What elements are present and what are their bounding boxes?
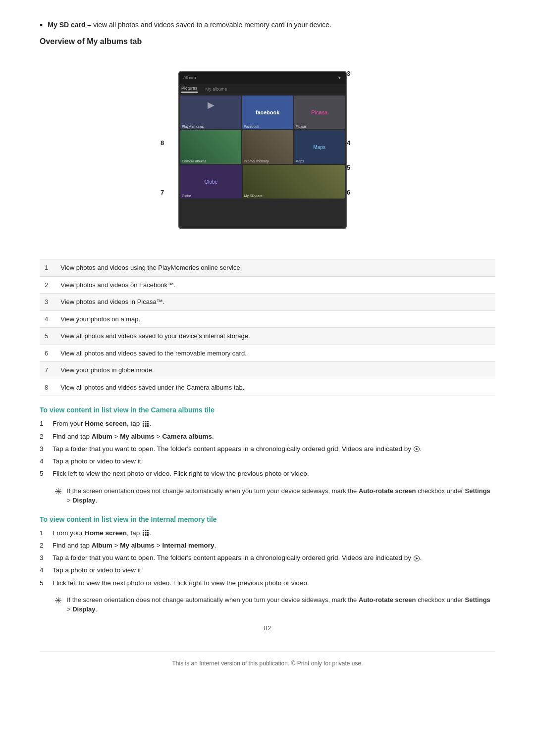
svg-rect-11	[143, 530, 144, 531]
internal-tip-box: ✳ If the screen orientation does not cha…	[54, 595, 495, 614]
svg-rect-15	[145, 532, 147, 534]
sd-card-term: My SD card	[48, 21, 85, 29]
svg-rect-8	[147, 425, 149, 427]
svg-rect-7	[145, 425, 147, 427]
app-drawer-icon-2	[142, 529, 149, 536]
camera-tip-box: ✳ If the screen orientation does not cha…	[54, 486, 495, 505]
internal-step-3: 3 Tap a folder that you want to open. Th…	[40, 553, 495, 563]
table-row-text: View your photos in globe mode.	[55, 362, 495, 379]
svg-rect-16	[147, 532, 149, 534]
table-row-num: 3	[40, 294, 55, 311]
sd-card-text: My SD card – view all photos and videos …	[48, 20, 331, 31]
camera-tip-text: If the screen orientation does not chang…	[67, 486, 495, 505]
internal-step-4: 4 Tap a photo or video to view it.	[40, 565, 495, 575]
table-row-text: View all photos and videos saved to the …	[55, 345, 495, 362]
page-number: 82	[40, 624, 495, 632]
table-row-num: 7	[40, 362, 55, 379]
table-row-text: View photos and videos on Facebook™.	[55, 276, 495, 294]
table-row-text: View all photos and videos saved under t…	[55, 379, 495, 396]
table-row-num: 8	[40, 379, 55, 396]
table-row-text: View photos and videos using the PlayMem…	[55, 259, 495, 277]
svg-rect-1	[145, 421, 147, 422]
tip-icon-camera: ✳	[54, 485, 62, 505]
table-row-num: 6	[40, 345, 55, 362]
bullet-dot: •	[40, 20, 43, 31]
table-row: 6 View all photos and videos saved to th…	[40, 345, 495, 362]
app-drawer-icon	[142, 420, 149, 427]
camera-section-title: To view content in list view in the Came…	[40, 406, 495, 414]
tip-icon-internal: ✳	[54, 594, 62, 614]
internal-tip-text: If the screen orientation does not chang…	[67, 595, 495, 614]
internal-steps-list: 1 From your Home screen, tap . 2 Find an…	[40, 528, 495, 588]
svg-rect-2	[147, 421, 149, 422]
camera-step-4: 4 Tap a photo or video to view it.	[40, 456, 495, 466]
table-row-num: 2	[40, 276, 55, 294]
play-icon-internal	[414, 555, 420, 561]
table-row: 1 View photos and videos using the PlayM…	[40, 259, 495, 277]
internal-section-title: To view content in list view in the Inte…	[40, 515, 495, 523]
svg-rect-12	[145, 530, 147, 531]
camera-step-1: 1 From your Home screen, tap .	[40, 419, 495, 429]
svg-rect-19	[147, 534, 149, 536]
table-row: 2 View photos and videos on Facebook™.	[40, 276, 495, 294]
svg-rect-14	[143, 532, 144, 534]
table-row: 3 View photos and videos in Picasa™.	[40, 294, 495, 311]
internal-step-2: 2 Find and tap Album > My albums > Inter…	[40, 541, 495, 551]
internal-step-1: 1 From your Home screen, tap .	[40, 528, 495, 538]
svg-rect-3	[143, 423, 144, 424]
svg-marker-21	[416, 557, 418, 559]
internal-step-5: 5 Flick left to view the next photo or v…	[40, 578, 495, 588]
svg-rect-4	[145, 423, 147, 424]
svg-rect-0	[143, 421, 144, 422]
svg-marker-10	[416, 448, 418, 451]
callout-3: 3	[347, 70, 350, 77]
table-row-text: View photos and videos in Picasa™.	[55, 294, 495, 311]
svg-rect-5	[147, 423, 149, 424]
diagram-container: 1 2 3 4 5 6 7 8 Album ▼ Pictures My albu…	[40, 56, 495, 244]
callout-4: 4	[347, 139, 350, 147]
table-row-text: View all photos and videos saved to your…	[55, 328, 495, 345]
table-row-num: 1	[40, 259, 55, 277]
overview-table: 1 View photos and videos using the PlayM…	[40, 259, 495, 396]
diagram-wrapper: 1 2 3 4 5 6 7 8 Album ▼ Pictures My albu…	[149, 56, 386, 244]
footer-note: This is an Internet version of this publ…	[40, 652, 495, 667]
camera-step-5: 5 Flick left to view the next photo or v…	[40, 469, 495, 479]
svg-rect-6	[143, 425, 144, 427]
callout-5: 5	[347, 164, 350, 171]
camera-step-3: 3 Tap a folder that you want to open. Th…	[40, 444, 495, 454]
table-row: 8 View all photos and videos saved under…	[40, 379, 495, 396]
table-row-num: 4	[40, 310, 55, 328]
phone-screen: Album ▼ Pictures My albums PlayMemories …	[178, 71, 347, 229]
table-row-text: View your photos on a map.	[55, 310, 495, 328]
callout-8: 8	[160, 139, 164, 147]
camera-steps-list: 1 From your Home screen, tap . 2 Find an…	[40, 419, 495, 479]
table-row: 4 View your photos on a map.	[40, 310, 495, 328]
svg-rect-17	[143, 534, 144, 536]
callout-6: 6	[347, 189, 350, 196]
table-row: 5 View all photos and videos saved to yo…	[40, 328, 495, 345]
callout-7: 7	[160, 189, 164, 196]
section-title: Overview of My albums tab	[40, 37, 495, 46]
svg-rect-13	[147, 530, 149, 531]
svg-rect-18	[145, 534, 147, 536]
camera-step-2: 2 Find and tap Album > My albums > Camer…	[40, 432, 495, 442]
sd-card-bullet: • My SD card – view all photos and video…	[40, 20, 495, 31]
table-row-num: 5	[40, 328, 55, 345]
play-icon-camera	[414, 446, 420, 452]
table-row: 7 View your photos in globe mode.	[40, 362, 495, 379]
